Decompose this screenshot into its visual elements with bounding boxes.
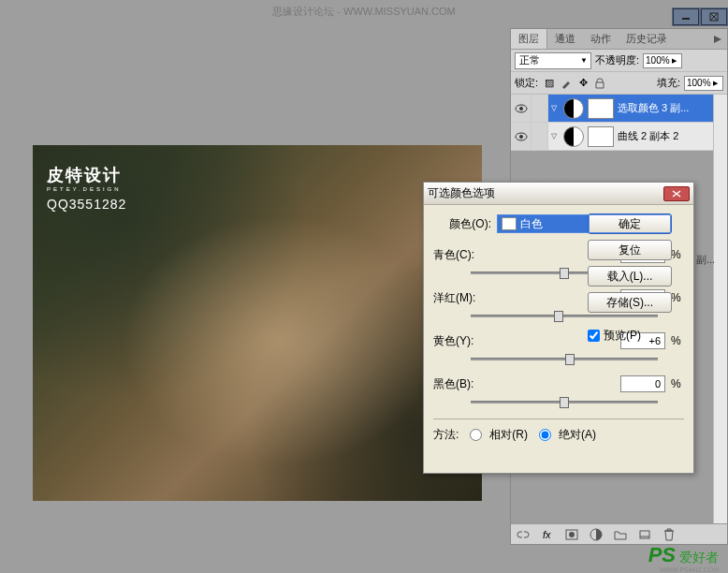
delete-layer-button[interactable]	[661, 526, 677, 543]
panel-bottom-toolbar: fx	[511, 523, 727, 544]
expand-icon[interactable]: ▽	[551, 104, 557, 112]
lock-all-icon[interactable]	[592, 76, 607, 91]
black-slider[interactable]	[471, 396, 658, 409]
method-absolute-radio[interactable]	[539, 429, 551, 441]
truncated-text: 副...	[696, 253, 724, 267]
svg-point-8	[569, 532, 575, 537]
slider-thumb[interactable]	[560, 397, 569, 408]
layer-name: 曲线 2 副本 2	[618, 129, 727, 143]
svg-text:fx: fx	[543, 529, 551, 540]
opacity-input[interactable]: 100%▶	[643, 53, 682, 68]
layer-scrollbar[interactable]	[713, 95, 727, 523]
new-adjustment-button[interactable]	[588, 526, 604, 543]
footer-url: WWW.PSAHZ.COM	[660, 566, 719, 573]
fill-label: 填充:	[657, 76, 680, 90]
chevron-right-icon: ▶	[672, 57, 677, 65]
site-watermark: 思缘设计论坛 - WWW.MISSYUAN.COM	[272, 5, 456, 19]
method-relative-label: 相对(R)	[489, 427, 528, 443]
layer-style-button[interactable]: fx	[539, 526, 556, 543]
link-column	[531, 123, 548, 150]
percent-sign: %	[671, 334, 684, 347]
method-row: 方法: 相对(R) 绝对(A)	[433, 427, 684, 443]
percent-sign: %	[671, 291, 684, 304]
yellow-slider[interactable]	[471, 353, 658, 366]
preview-checkbox-row[interactable]: 预览(P)	[588, 328, 672, 344]
method-absolute-label: 绝对(A)	[559, 427, 596, 443]
load-button[interactable]: 载入(L)...	[588, 266, 672, 286]
visibility-toggle[interactable]	[511, 95, 531, 122]
layer-row-selective-color[interactable]: ▽ 选取颜色 3 副...	[511, 95, 727, 123]
lock-position-icon[interactable]: ✥	[575, 76, 590, 91]
fill-input[interactable]: 100%▶	[684, 76, 723, 91]
save-button[interactable]: 存储(S)...	[588, 292, 672, 313]
layer-name: 选取颜色 3 副...	[618, 101, 727, 115]
divider	[433, 419, 684, 419]
ok-button[interactable]: 确定	[588, 213, 672, 234]
lock-fill-row: 锁定: ▨ ✥ 填充: 100%▶	[511, 72, 727, 95]
svg-rect-10	[640, 531, 649, 538]
chevron-down-icon: ▼	[580, 56, 588, 65]
color-dropdown[interactable]: 白色	[497, 214, 590, 233]
blend-opacity-row: 正常▼ 不透明度: 100%▶	[511, 50, 727, 72]
adjustment-icon	[563, 126, 584, 147]
dialog-side-buttons: 确定 复位 载入(L)... 存储(S)... 预览(P)	[588, 213, 672, 344]
link-column	[531, 95, 548, 122]
new-layer-button[interactable]	[636, 526, 653, 543]
eye-icon	[515, 104, 528, 113]
mask-thumbnail[interactable]	[588, 126, 614, 147]
blend-mode-select[interactable]: 正常▼	[515, 52, 591, 69]
lock-label: 锁定:	[515, 76, 538, 90]
lock-pixels-icon[interactable]	[559, 76, 574, 91]
cyan-label: 青色(C):	[433, 247, 491, 263]
mask-thumbnail[interactable]	[588, 98, 614, 119]
color-label: 颜色(O):	[433, 216, 491, 232]
black-row: 黑色(B): 0 %	[433, 375, 684, 392]
new-group-button[interactable]	[612, 526, 629, 543]
tab-history[interactable]: 历史记录	[619, 29, 675, 49]
tab-channels[interactable]: 通道	[547, 29, 583, 49]
photo-preview: 皮特设计PETEY.DESIGN QQ3551282	[33, 145, 482, 501]
menu-icon	[713, 35, 722, 44]
slider-thumb[interactable]	[560, 268, 569, 279]
chevron-right-icon: ▶	[713, 80, 718, 87]
photo-qq: QQ3551282	[47, 197, 126, 212]
panel-minimize-button[interactable]	[673, 8, 699, 25]
yellow-label: 黄色(Y):	[433, 333, 491, 349]
lock-icons: ▨ ✥	[542, 76, 607, 91]
photo-logo: 皮特设计PETEY.DESIGN	[47, 164, 122, 192]
visibility-toggle[interactable]	[511, 123, 531, 150]
footer-logo: PS爱好者	[648, 543, 719, 567]
dialog-titlebar[interactable]: 可选颜色选项	[424, 183, 693, 205]
opacity-label: 不透明度:	[595, 53, 639, 67]
lock-transparent-icon[interactable]: ▨	[542, 76, 557, 91]
close-icon	[672, 190, 681, 198]
method-relative-radio[interactable]	[470, 429, 482, 441]
dialog-close-button[interactable]	[663, 186, 690, 201]
black-label: 黑色(B):	[433, 376, 491, 392]
expand-icon[interactable]: ▽	[551, 132, 557, 140]
panel-close-button[interactable]	[701, 8, 727, 25]
percent-sign: %	[671, 377, 684, 390]
black-input[interactable]: 0	[620, 375, 665, 392]
tab-actions[interactable]: 动作	[583, 29, 619, 49]
color-swatch	[502, 217, 517, 230]
panel-titlebar	[672, 7, 728, 26]
eye-icon	[515, 132, 528, 141]
layer-row-curves[interactable]: ▽ 曲线 2 副本 2	[511, 123, 727, 151]
magenta-label: 洋红(M):	[433, 290, 491, 306]
slider-thumb[interactable]	[554, 311, 563, 322]
preview-checkbox[interactable]	[588, 330, 600, 342]
cancel-button[interactable]: 复位	[588, 240, 672, 260]
svg-point-3	[519, 107, 523, 110]
link-layers-button[interactable]	[515, 526, 531, 543]
dialog-title-text: 可选颜色选项	[428, 185, 663, 201]
tab-layers[interactable]: 图层	[511, 29, 547, 49]
adjustment-icon	[563, 98, 584, 119]
panel-menu-button[interactable]	[708, 29, 727, 49]
preview-label: 预览(P)	[604, 328, 641, 344]
add-mask-button[interactable]	[563, 526, 580, 543]
method-label: 方法:	[433, 427, 459, 443]
svg-rect-0	[682, 18, 690, 20]
slider-thumb[interactable]	[565, 354, 575, 365]
panel-tabs: 图层 通道 动作 历史记录	[511, 29, 727, 50]
